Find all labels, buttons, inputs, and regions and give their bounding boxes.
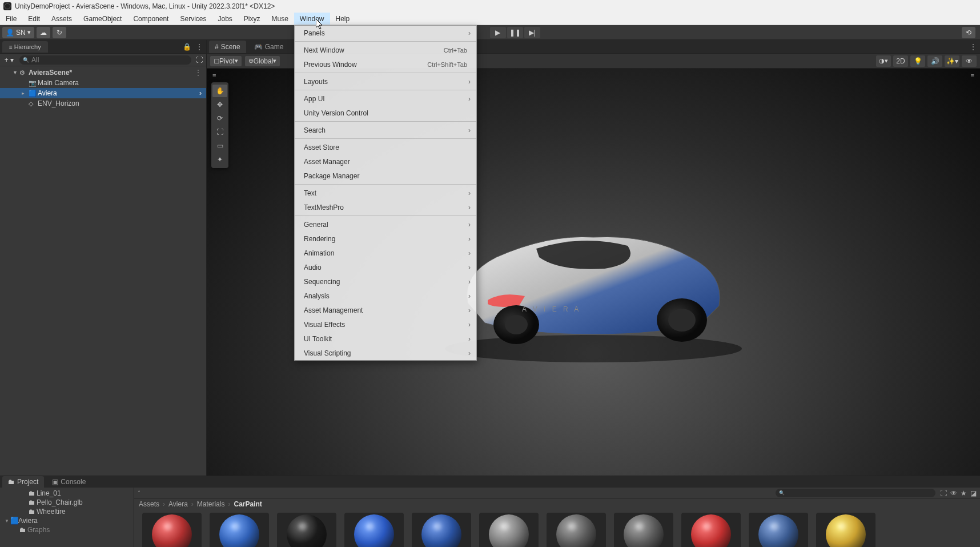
- menu-item-general[interactable]: General: [295, 217, 476, 231]
- menu-item-previous-window[interactable]: Previous WindowCtrl+Shift+Tab: [295, 57, 476, 71]
- menu-item-next-window[interactable]: Next WindowCtrl+Tab: [295, 43, 476, 57]
- menu-item-sequencing[interactable]: Sequencing: [295, 274, 476, 289]
- gizmos-visibility[interactable]: 👁: [962, 55, 977, 67]
- material-thumbnail[interactable]: [277, 513, 336, 547]
- menu-item-rendering[interactable]: Rendering: [295, 231, 476, 246]
- menu-item-animation[interactable]: Animation: [295, 246, 476, 260]
- overlay-menu-right[interactable]: ≡: [971, 72, 974, 79]
- pivot-toggle[interactable]: ▢ Pivot ▾: [210, 56, 242, 66]
- material-thumbnail[interactable]: [210, 513, 269, 547]
- menu-item-package-manager[interactable]: Package Manager: [295, 169, 476, 183]
- menu-file[interactable]: File: [0, 13, 22, 25]
- console-tab[interactable]: ▣Console: [46, 476, 91, 488]
- breadcrumb-item[interactable]: Materials: [197, 500, 225, 508]
- transform-tool[interactable]: ✦: [212, 153, 227, 166]
- menu-item-textmeshpro[interactable]: TextMeshPro: [295, 200, 476, 214]
- material-thumbnail[interactable]: [614, 513, 673, 547]
- hierarchy-search[interactable]: All: [19, 55, 191, 65]
- history-button[interactable]: ↻: [53, 27, 66, 38]
- menu-item-visual-effects[interactable]: Visual Effects: [295, 317, 476, 332]
- menu-item-audio[interactable]: Audio: [295, 260, 476, 274]
- material-thumbnail[interactable]: [142, 513, 202, 547]
- menu-services[interactable]: Services: [174, 13, 212, 25]
- material-thumbnail[interactable]: [749, 513, 808, 547]
- menu-help[interactable]: Help: [330, 13, 356, 25]
- material-thumbnail[interactable]: [547, 513, 606, 547]
- pause-button[interactable]: ❚❚: [507, 27, 523, 38]
- step-button[interactable]: ▶|: [524, 27, 540, 38]
- menu-item-unity-version-control[interactable]: Unity Version Control: [295, 106, 476, 120]
- hierarchy-item[interactable]: ◇ENV_Horizon: [0, 98, 206, 109]
- audio-toggle[interactable]: 🔊: [927, 55, 942, 67]
- hand-tool[interactable]: ✋: [212, 85, 227, 97]
- hierarchy-item[interactable]: ▸🟦Aviera›: [0, 88, 206, 98]
- panel-menu-icon[interactable]: ⋮: [196, 43, 203, 51]
- 2d-toggle[interactable]: 2D: [893, 55, 908, 67]
- menu-gameobject[interactable]: GameObject: [78, 13, 127, 25]
- fx-toggle[interactable]: ✨▾: [945, 55, 959, 67]
- menu-item-ui-toolkit[interactable]: UI Toolkit: [295, 332, 476, 346]
- scroll-up-icon[interactable]: ˄: [138, 490, 140, 496]
- folder-item[interactable]: 🖿Graphs: [0, 525, 134, 534]
- panel-menu-icon[interactable]: ⋮: [970, 43, 977, 51]
- account-button[interactable]: 👤 SN ▾: [2, 27, 34, 38]
- menu-item-visual-scripting[interactable]: Visual Scripting: [295, 346, 476, 360]
- scene-tab[interactable]: #Scene: [209, 41, 246, 53]
- folder-aviera[interactable]: ▼🟦Aviera: [0, 516, 134, 525]
- lighting-toggle[interactable]: 💡: [910, 55, 925, 67]
- create-dropdown[interactable]: + ▾: [2, 55, 16, 65]
- menu-item-panels[interactable]: Panels: [295, 26, 476, 40]
- play-button[interactable]: ▶: [490, 27, 506, 38]
- folder-item[interactable]: 🖿Line_01: [0, 489, 134, 498]
- hierarchy-tab[interactable]: Hierarchy: [2, 41, 48, 53]
- folder-item[interactable]: 🖿Wheeltire: [0, 507, 134, 516]
- hierarchy-item[interactable]: 📷Main Camera: [0, 78, 206, 88]
- lock-icon[interactable]: 🔒: [183, 43, 191, 51]
- menu-window[interactable]: Window: [294, 13, 330, 25]
- menu-component[interactable]: Component: [127, 13, 174, 25]
- menu-item-text[interactable]: Text: [295, 186, 476, 200]
- material-thumbnail[interactable]: [344, 513, 404, 547]
- overlay-menu-left[interactable]: ≡: [212, 72, 216, 79]
- breadcrumb-item[interactable]: CarPaint: [234, 500, 262, 508]
- menu-item-asset-store[interactable]: Asset Store: [295, 140, 476, 154]
- global-toggle[interactable]: ⊕ Global ▾: [245, 56, 280, 66]
- scale-tool[interactable]: ⛶: [212, 126, 227, 138]
- move-tool[interactable]: ✥: [212, 98, 227, 111]
- maximize-icon[interactable]: ⛶: [195, 56, 204, 64]
- scene-root[interactable]: ▼⚙ AvieraScene* ⋮: [0, 67, 206, 78]
- rotate-tool[interactable]: ⟳: [212, 112, 227, 125]
- unity-scene-icon: ⚙: [19, 69, 29, 77]
- menu-item-search[interactable]: Search: [295, 123, 476, 137]
- menu-assets[interactable]: Assets: [46, 13, 78, 25]
- material-thumbnail[interactable]: [681, 513, 741, 547]
- project-tab[interactable]: 🖿Project: [2, 476, 44, 488]
- filter-by-label-icon[interactable]: 👁: [950, 489, 957, 497]
- hidden-packages-icon[interactable]: ◪: [970, 489, 977, 497]
- cloud-button[interactable]: ☁: [37, 27, 50, 38]
- menu-muse[interactable]: Muse: [266, 13, 294, 25]
- favorite-icon[interactable]: ★: [961, 489, 967, 497]
- rect-tool[interactable]: ▭: [212, 139, 227, 152]
- menu-item-analysis[interactable]: Analysis: [295, 289, 476, 303]
- menu-pixyz[interactable]: Pixyz: [238, 13, 266, 25]
- material-thumbnail[interactable]: [816, 513, 875, 547]
- menu-item-app-ui[interactable]: App UI: [295, 91, 476, 106]
- draw-mode-button[interactable]: ◑▾: [876, 55, 891, 67]
- filter-by-type-icon[interactable]: ⛶: [940, 489, 947, 497]
- gameobject-icon: ◇: [29, 100, 38, 107]
- material-thumbnail[interactable]: [479, 513, 539, 547]
- undo-history-button[interactable]: ⟲: [962, 27, 975, 38]
- game-tab[interactable]: 🎮Game: [248, 41, 290, 53]
- menu-jobs[interactable]: Jobs: [212, 13, 238, 25]
- menu-item-layouts[interactable]: Layouts: [295, 74, 476, 89]
- breadcrumb-item[interactable]: Assets: [139, 500, 159, 508]
- menu-item-asset-management[interactable]: Asset Management: [295, 303, 476, 317]
- project-search[interactable]: [776, 489, 935, 497]
- menu-edit[interactable]: Edit: [22, 13, 46, 25]
- scene-menu-icon[interactable]: ⋮: [195, 69, 202, 77]
- breadcrumb-item[interactable]: Aviera: [168, 500, 188, 508]
- material-thumbnail[interactable]: [412, 513, 471, 547]
- folder-item[interactable]: 🖿Pello_Chair.glb: [0, 498, 134, 507]
- menu-item-asset-manager[interactable]: Asset Manager: [295, 154, 476, 169]
